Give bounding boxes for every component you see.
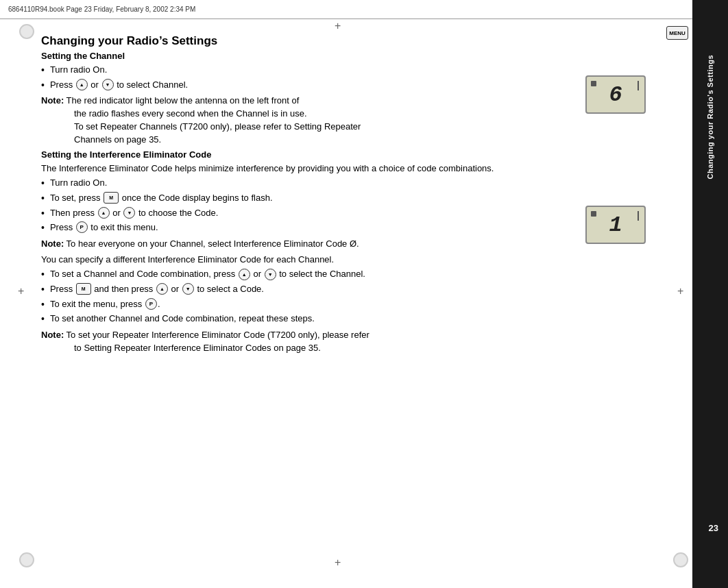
p-button-icon: P: [76, 221, 88, 233]
bullet2-press-exit: Press P to exit this menu.: [41, 221, 665, 235]
section1-heading: Setting the Channel: [41, 51, 665, 61]
note1-text4: Channels on page 35.: [74, 134, 161, 145]
bullet3-press-then-text: Press M and then press or to select a Co…: [50, 283, 264, 295]
bullet2-turn-on-text: Turn radio On.: [50, 177, 107, 189]
menu-circle-icon2: M: [76, 283, 91, 295]
bullet-press-select-channel-text: Press or to select Channel.: [50, 79, 188, 91]
section2-heading: Setting the Interference Eliminator Code: [41, 149, 665, 160]
bullet3-repeat: To set another Channel and Code combinat…: [41, 313, 665, 326]
section2-bullets: Turn radio On. To set, press M once the …: [41, 177, 665, 234]
sidebar-page-number: 23: [709, 523, 718, 533]
section2-note3: Note: To set your Repeater Interference …: [41, 329, 665, 355]
bullet-press-select-channel: Press or to select Channel.: [41, 79, 665, 93]
up-arrow-icon2: [98, 207, 110, 219]
down-arrow-icon: [102, 79, 114, 90]
section2-intro: The Interference Eliminator Code helps m…: [41, 162, 665, 175]
sidebar-label: Changing your Radio's Settings: [706, 55, 714, 179]
main-content: Changing your Radio’s Settings Setting t…: [0, 19, 692, 588]
bullet2-to-set-text: To set, press M once the Code display be…: [50, 192, 273, 204]
bullet3-set-channel-code: To set a Channel and Code combination, p…: [41, 268, 665, 282]
up-arrow-icon: [76, 79, 88, 90]
menu-circle-icon: M: [104, 192, 119, 204]
bullet3-exit-menu: To exit the menu, press P.: [41, 298, 665, 312]
bullet2-to-set: To set, press M once the Code display be…: [41, 192, 665, 206]
bullet2-press-exit-text: Press P to exit this menu.: [50, 221, 158, 234]
section2-bullets2: To set a Channel and Code combination, p…: [41, 268, 665, 326]
note1-label: Note:: [41, 95, 64, 106]
bullet2-then-press: Then press or to choose the Code.: [41, 207, 665, 221]
down-arrow-icon3: [265, 269, 276, 280]
section1-note: Note: The red indicator light below the …: [41, 95, 665, 146]
section1-bullets: Turn radio On. Press or to select Channe…: [41, 64, 665, 92]
note2-label: Note:: [41, 238, 64, 249]
bullet3-press-then: Press M and then press or to select a Co…: [41, 283, 665, 297]
top-bar-text: 6864110R94.book Page 23 Friday, February…: [8, 5, 195, 13]
up-arrow-icon4: [156, 283, 168, 295]
p-button-icon2: P: [145, 298, 157, 310]
bullet2-turn-on: Turn radio On.: [41, 177, 665, 191]
section2-note2: You can specify a different Interference…: [41, 254, 665, 267]
section2-note1: Note: To hear everyone on your Channel, …: [41, 238, 665, 251]
note1-text3: To set Repeater Channels (T7200 only), p…: [74, 121, 361, 132]
bullet3-set-channel-code-text: To set a Channel and Code combination, p…: [50, 268, 365, 280]
note3-label: Note:: [41, 330, 64, 340]
bullet3-repeat-text: To set another Channel and Code combinat…: [50, 313, 315, 325]
top-bar: 6864110R94.book Page 23 Friday, February…: [0, 0, 728, 19]
down-arrow-icon2: [123, 207, 135, 219]
right-sidebar: Changing your Radio's Settings 23: [692, 0, 728, 588]
note1-text2: the radio flashes every second when the …: [74, 108, 307, 119]
bullet-turn-on: Turn radio On.: [41, 64, 665, 77]
note3-text2: to Setting Repeater Interference Elimina…: [74, 343, 321, 353]
note1-text1: The red indicator light below the antenn…: [66, 95, 300, 106]
bullet3-exit-menu-text: To exit the menu, press P.: [50, 298, 160, 310]
down-arrow-icon4: [182, 283, 194, 295]
note3-text1: To set your Repeater Interference Elimin…: [66, 330, 369, 340]
note2-text: To hear everyone on your Channel, select…: [66, 238, 359, 249]
up-arrow-icon3: [239, 269, 250, 280]
bullet-turn-on-text: Turn radio On.: [50, 64, 107, 76]
page-title: Changing your Radio’s Settings: [41, 34, 665, 48]
bullet2-then-press-text: Then press or to choose the Code.: [50, 207, 218, 219]
